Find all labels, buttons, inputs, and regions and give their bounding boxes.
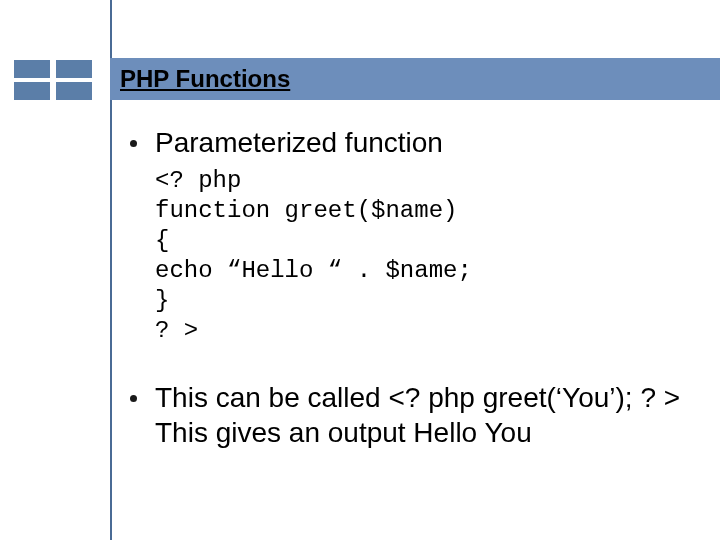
code-line: function greet($name) [155, 197, 457, 224]
deco-square [56, 60, 92, 78]
deco-square [56, 82, 92, 100]
header-bar: PHP Functions [110, 58, 720, 100]
bullet-text: Parameterized function [155, 125, 443, 160]
bullet-dot-icon [130, 140, 137, 147]
slide: PHP Functions Parameterized function <? … [0, 0, 720, 540]
bullet-item: This can be called <? php greet(‘You’); … [130, 380, 690, 450]
content-area: Parameterized function <? php function g… [130, 125, 690, 456]
code-line: ? > [155, 317, 198, 344]
bullet-text: This can be called <? php greet(‘You’); … [155, 380, 680, 450]
bullet-dot-icon [130, 395, 137, 402]
deco-square [14, 60, 50, 78]
bullet-item: Parameterized function [130, 125, 690, 160]
bullet-text-line: This can be called <? php greet(‘You’); … [155, 382, 680, 413]
code-line: { [155, 227, 169, 254]
code-line: echo “Hello “ . $name; [155, 257, 472, 284]
code-line: <? php [155, 167, 241, 194]
code-line: } [155, 287, 169, 314]
deco-square [14, 82, 50, 100]
bullet-text-line: This gives an output Hello You [155, 417, 532, 448]
code-block: <? php function greet($name) { echo “Hel… [155, 166, 690, 346]
slide-title: PHP Functions [120, 65, 290, 93]
